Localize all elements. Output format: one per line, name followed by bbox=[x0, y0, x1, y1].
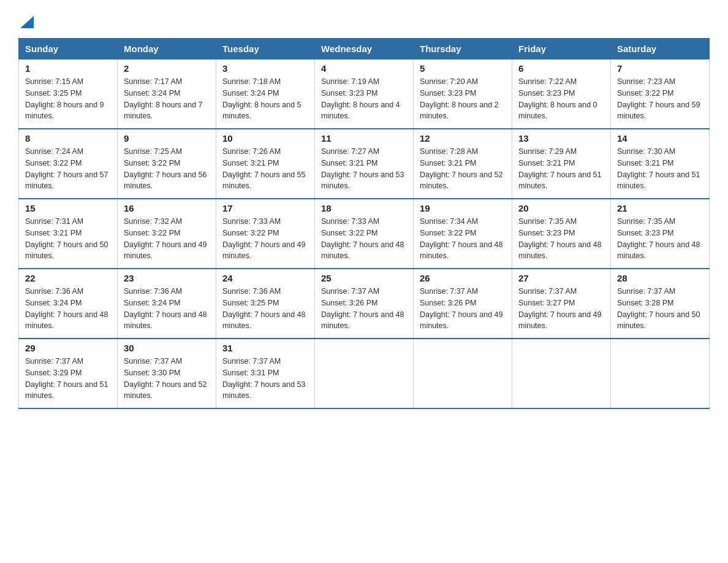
day-header-saturday: Saturday bbox=[611, 39, 710, 59]
day-number: 18 bbox=[321, 203, 407, 213]
day-info: Sunrise: 7:37 AM Sunset: 3:31 PM Dayligh… bbox=[222, 356, 308, 402]
day-info: Sunrise: 7:32 AM Sunset: 3:22 PM Dayligh… bbox=[124, 216, 210, 262]
day-number: 11 bbox=[321, 133, 407, 144]
day-info: Sunrise: 7:19 AM Sunset: 3:23 PM Dayligh… bbox=[321, 76, 407, 122]
day-number: 20 bbox=[518, 203, 604, 213]
day-info: Sunrise: 7:25 AM Sunset: 3:22 PM Dayligh… bbox=[124, 146, 210, 192]
day-info: Sunrise: 7:22 AM Sunset: 3:23 PM Dayligh… bbox=[518, 76, 604, 122]
calendar-week-row: 8 Sunrise: 7:24 AM Sunset: 3:22 PM Dayli… bbox=[19, 129, 710, 199]
calendar-table: SundayMondayTuesdayWednesdayThursdayFrid… bbox=[18, 38, 710, 409]
day-number: 21 bbox=[617, 203, 703, 213]
day-number: 2 bbox=[124, 63, 210, 74]
day-number: 5 bbox=[420, 63, 506, 74]
calendar-cell: 29 Sunrise: 7:37 AM Sunset: 3:29 PM Dayl… bbox=[19, 339, 118, 408]
calendar-week-row: 22 Sunrise: 7:36 AM Sunset: 3:24 PM Dayl… bbox=[19, 269, 710, 339]
day-header-sunday: Sunday bbox=[19, 39, 118, 59]
day-number: 19 bbox=[420, 203, 506, 213]
page-header bbox=[18, 12, 710, 26]
calendar-cell: 24 Sunrise: 7:36 AM Sunset: 3:25 PM Dayl… bbox=[216, 269, 315, 339]
logo bbox=[18, 12, 34, 26]
calendar-cell: 13 Sunrise: 7:29 AM Sunset: 3:21 PM Dayl… bbox=[512, 129, 611, 199]
day-info: Sunrise: 7:15 AM Sunset: 3:25 PM Dayligh… bbox=[25, 76, 111, 122]
day-info: Sunrise: 7:37 AM Sunset: 3:30 PM Dayligh… bbox=[124, 356, 210, 402]
day-number: 31 bbox=[222, 343, 308, 353]
day-number: 14 bbox=[617, 133, 703, 144]
calendar-cell: 3 Sunrise: 7:18 AM Sunset: 3:24 PM Dayli… bbox=[216, 59, 315, 129]
day-header-friday: Friday bbox=[512, 39, 611, 59]
day-info: Sunrise: 7:37 AM Sunset: 3:26 PM Dayligh… bbox=[420, 286, 506, 332]
day-number: 9 bbox=[124, 133, 210, 144]
calendar-cell: 8 Sunrise: 7:24 AM Sunset: 3:22 PM Dayli… bbox=[19, 129, 118, 199]
day-info: Sunrise: 7:26 AM Sunset: 3:21 PM Dayligh… bbox=[222, 146, 308, 192]
calendar-week-row: 1 Sunrise: 7:15 AM Sunset: 3:25 PM Dayli… bbox=[19, 59, 710, 129]
day-number: 15 bbox=[25, 203, 111, 213]
calendar-cell bbox=[611, 339, 710, 408]
calendar-cell: 18 Sunrise: 7:33 AM Sunset: 3:22 PM Dayl… bbox=[315, 199, 414, 269]
day-info: Sunrise: 7:24 AM Sunset: 3:22 PM Dayligh… bbox=[25, 146, 111, 192]
day-info: Sunrise: 7:35 AM Sunset: 3:23 PM Dayligh… bbox=[617, 216, 703, 262]
day-number: 8 bbox=[25, 133, 111, 144]
day-info: Sunrise: 7:37 AM Sunset: 3:27 PM Dayligh… bbox=[518, 286, 604, 332]
calendar-cell: 30 Sunrise: 7:37 AM Sunset: 3:30 PM Dayl… bbox=[118, 339, 216, 408]
calendar-cell: 4 Sunrise: 7:19 AM Sunset: 3:23 PM Dayli… bbox=[315, 59, 414, 129]
day-number: 23 bbox=[124, 273, 210, 283]
day-info: Sunrise: 7:37 AM Sunset: 3:29 PM Dayligh… bbox=[25, 356, 111, 402]
calendar-cell: 26 Sunrise: 7:37 AM Sunset: 3:26 PM Dayl… bbox=[414, 269, 512, 339]
calendar-week-row: 29 Sunrise: 7:37 AM Sunset: 3:29 PM Dayl… bbox=[19, 339, 710, 408]
day-info: Sunrise: 7:37 AM Sunset: 3:26 PM Dayligh… bbox=[321, 286, 407, 332]
day-number: 24 bbox=[222, 273, 308, 283]
day-info: Sunrise: 7:33 AM Sunset: 3:22 PM Dayligh… bbox=[321, 216, 407, 262]
day-header-thursday: Thursday bbox=[414, 39, 512, 59]
day-number: 17 bbox=[222, 203, 308, 213]
day-number: 12 bbox=[420, 133, 506, 144]
day-info: Sunrise: 7:33 AM Sunset: 3:22 PM Dayligh… bbox=[222, 216, 308, 262]
day-info: Sunrise: 7:27 AM Sunset: 3:21 PM Dayligh… bbox=[321, 146, 407, 192]
day-number: 27 bbox=[518, 273, 604, 283]
day-info: Sunrise: 7:36 AM Sunset: 3:24 PM Dayligh… bbox=[124, 286, 210, 332]
day-info: Sunrise: 7:36 AM Sunset: 3:24 PM Dayligh… bbox=[25, 286, 111, 332]
calendar-cell bbox=[315, 339, 414, 408]
day-info: Sunrise: 7:36 AM Sunset: 3:25 PM Dayligh… bbox=[222, 286, 308, 332]
day-number: 22 bbox=[25, 273, 111, 283]
day-info: Sunrise: 7:31 AM Sunset: 3:21 PM Dayligh… bbox=[25, 216, 111, 262]
day-number: 16 bbox=[124, 203, 210, 213]
calendar-cell: 12 Sunrise: 7:28 AM Sunset: 3:21 PM Dayl… bbox=[414, 129, 512, 199]
day-header-wednesday: Wednesday bbox=[315, 39, 414, 59]
logo-flag-icon bbox=[20, 12, 34, 28]
svg-marker-0 bbox=[20, 16, 34, 28]
calendar-cell: 9 Sunrise: 7:25 AM Sunset: 3:22 PM Dayli… bbox=[118, 129, 216, 199]
calendar-cell: 1 Sunrise: 7:15 AM Sunset: 3:25 PM Dayli… bbox=[19, 59, 118, 129]
day-number: 7 bbox=[617, 63, 703, 74]
calendar-cell: 22 Sunrise: 7:36 AM Sunset: 3:24 PM Dayl… bbox=[19, 269, 118, 339]
day-info: Sunrise: 7:20 AM Sunset: 3:23 PM Dayligh… bbox=[420, 76, 506, 122]
day-number: 3 bbox=[222, 63, 308, 74]
day-number: 29 bbox=[25, 343, 111, 353]
calendar-header-row: SundayMondayTuesdayWednesdayThursdayFrid… bbox=[19, 39, 710, 59]
calendar-cell bbox=[414, 339, 512, 408]
calendar-cell: 19 Sunrise: 7:34 AM Sunset: 3:22 PM Dayl… bbox=[414, 199, 512, 269]
day-info: Sunrise: 7:34 AM Sunset: 3:22 PM Dayligh… bbox=[420, 216, 506, 262]
calendar-cell: 6 Sunrise: 7:22 AM Sunset: 3:23 PM Dayli… bbox=[512, 59, 611, 129]
calendar-cell: 20 Sunrise: 7:35 AM Sunset: 3:23 PM Dayl… bbox=[512, 199, 611, 269]
day-number: 1 bbox=[25, 63, 111, 74]
calendar-cell: 23 Sunrise: 7:36 AM Sunset: 3:24 PM Dayl… bbox=[118, 269, 216, 339]
calendar-cell: 5 Sunrise: 7:20 AM Sunset: 3:23 PM Dayli… bbox=[414, 59, 512, 129]
calendar-cell: 14 Sunrise: 7:30 AM Sunset: 3:21 PM Dayl… bbox=[611, 129, 710, 199]
day-number: 30 bbox=[124, 343, 210, 353]
calendar-cell: 21 Sunrise: 7:35 AM Sunset: 3:23 PM Dayl… bbox=[611, 199, 710, 269]
day-info: Sunrise: 7:17 AM Sunset: 3:24 PM Dayligh… bbox=[124, 76, 210, 122]
day-number: 28 bbox=[617, 273, 703, 283]
day-info: Sunrise: 7:35 AM Sunset: 3:23 PM Dayligh… bbox=[518, 216, 604, 262]
calendar-cell: 28 Sunrise: 7:37 AM Sunset: 3:28 PM Dayl… bbox=[611, 269, 710, 339]
day-number: 10 bbox=[222, 133, 308, 144]
day-number: 4 bbox=[321, 63, 407, 74]
calendar-cell bbox=[512, 339, 611, 408]
day-info: Sunrise: 7:29 AM Sunset: 3:21 PM Dayligh… bbox=[518, 146, 604, 192]
calendar-cell: 7 Sunrise: 7:23 AM Sunset: 3:22 PM Dayli… bbox=[611, 59, 710, 129]
day-info: Sunrise: 7:37 AM Sunset: 3:28 PM Dayligh… bbox=[617, 286, 703, 332]
calendar-cell: 17 Sunrise: 7:33 AM Sunset: 3:22 PM Dayl… bbox=[216, 199, 315, 269]
calendar-week-row: 15 Sunrise: 7:31 AM Sunset: 3:21 PM Dayl… bbox=[19, 199, 710, 269]
day-number: 6 bbox=[518, 63, 604, 74]
day-info: Sunrise: 7:18 AM Sunset: 3:24 PM Dayligh… bbox=[222, 76, 308, 122]
day-header-monday: Monday bbox=[118, 39, 216, 59]
